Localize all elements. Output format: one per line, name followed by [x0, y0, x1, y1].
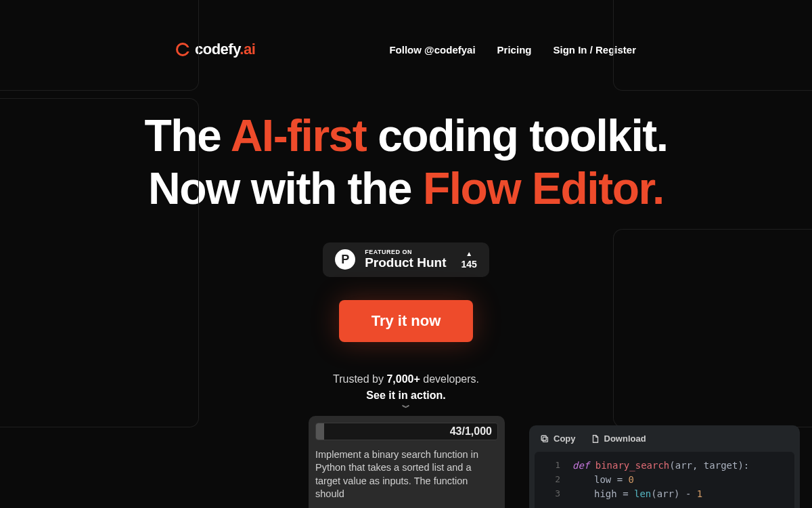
nav-pricing[interactable]: Pricing	[497, 44, 532, 56]
code-line: 2 low = 0	[535, 473, 794, 487]
nav-signin[interactable]: Sign In / Register	[553, 44, 636, 56]
code-toolbar: Copy Download	[529, 425, 800, 452]
download-button[interactable]: Download	[591, 433, 646, 444]
char-counter: 43/1,000	[315, 423, 498, 440]
product-hunt-icon: P	[335, 249, 355, 270]
code-body: 1 def binary_search(arr, target): 2 low …	[535, 452, 794, 508]
code-line: 3 high = len(arr) - 1	[535, 487, 794, 501]
copy-button[interactable]: Copy	[540, 433, 576, 444]
chevron-down-icon: ︾	[0, 406, 812, 410]
logo-text: codefy.ai	[195, 41, 255, 58]
svg-rect-0	[543, 437, 547, 442]
code-panel: Copy Download 1 def binary_search(arr, t…	[529, 425, 800, 508]
code-line: 1 def binary_search(arr, target):	[535, 459, 794, 473]
logo[interactable]: codefy.ai	[176, 41, 255, 58]
ph-upvote: ▲ 145	[461, 250, 476, 270]
nav-follow[interactable]: Follow @codefyai	[389, 44, 475, 56]
download-icon	[591, 434, 600, 444]
header: codefy.ai Follow @codefyai Pricing Sign …	[0, 0, 812, 58]
hero: The AI-first coding toolkit. Now with th…	[0, 110, 812, 410]
trust-text: Trusted by 7,000+ developers.	[0, 373, 812, 385]
hero-title: The AI-first coding toolkit. Now with th…	[0, 110, 812, 215]
see-in-action-text: See it in action.	[0, 389, 812, 402]
prompt-text[interactable]: Implement a binary search function in Py…	[315, 448, 498, 501]
product-hunt-badge[interactable]: P FEATURED ON Product Hunt ▲ 145	[323, 242, 489, 277]
nav: Follow @codefyai Pricing Sign In / Regis…	[389, 44, 636, 56]
prompt-panel: 43/1,000 Implement a binary search funct…	[309, 416, 505, 508]
logo-icon	[176, 43, 189, 56]
copy-icon	[540, 434, 549, 444]
ph-name: Product Hunt	[365, 256, 446, 270]
try-it-now-button[interactable]: Try it now	[339, 300, 474, 342]
triangle-up-icon: ▲	[466, 250, 472, 257]
svg-rect-1	[541, 436, 546, 440]
